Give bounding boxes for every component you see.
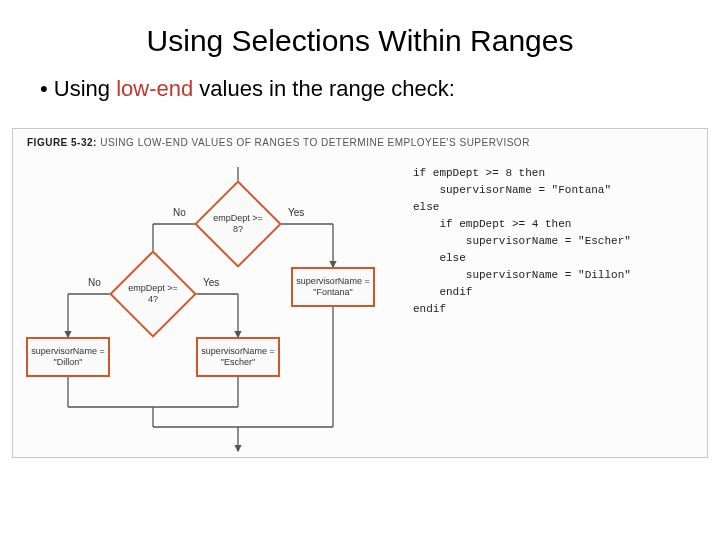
figure-caption: FIGURE 5-32: USING LOW-END VALUES OF RAN… (27, 137, 530, 148)
bullet-suffix: values in the range check: (193, 76, 455, 101)
bullet-line: • Using low-end values in the range chec… (0, 58, 720, 102)
figure-box: FIGURE 5-32: USING LOW-END VALUES OF RAN… (12, 128, 708, 458)
figure-caption-text: USING LOW-END VALUES OF RANGES TO DETERM… (100, 137, 530, 148)
box-dillon: supervisorName = "Dillon" (26, 337, 110, 377)
decision-1-label: empDept >= 8? (209, 213, 267, 235)
edge-no-2: No (88, 277, 101, 288)
edge-yes-1: Yes (288, 207, 304, 218)
box-escher: supervisorName = "Escher" (196, 337, 280, 377)
box-fontana: supervisorName = "Fontana" (291, 267, 375, 307)
pseudocode-block: if empDept >= 8 then supervisorName = "F… (413, 165, 703, 318)
decision-2-label: empDept >= 4? (124, 283, 182, 305)
edge-no-1: No (173, 207, 186, 218)
bullet-highlight: low-end (116, 76, 193, 101)
figure-label: FIGURE 5-32: (27, 137, 97, 148)
flowchart: empDept >= 8? Yes No empDept >= 4? Yes N… (13, 159, 413, 459)
bullet-prefix: Using (54, 76, 116, 101)
edge-yes-2: Yes (203, 277, 219, 288)
page-title: Using Selections Within Ranges (0, 0, 720, 58)
